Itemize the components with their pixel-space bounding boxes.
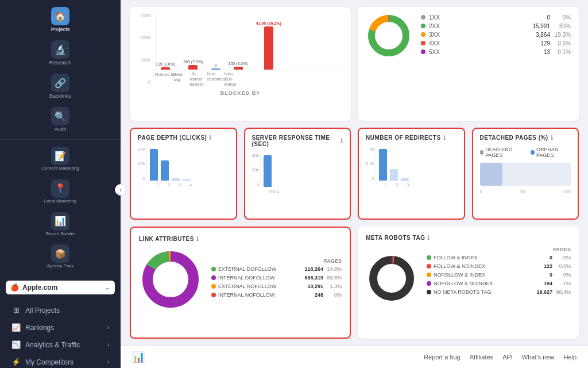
legend-dot-1xx — [421, 15, 425, 20]
legend-pct-2xx: 80% — [554, 23, 571, 29]
ext-nofollow-pct: 1.3% — [326, 283, 342, 289]
legend-3xx: 3XX 3,864 19.3% — [421, 32, 571, 38]
footer-help[interactable]: Help — [563, 354, 577, 361]
audit-label: Audit — [55, 126, 67, 132]
sidebar-nav-agency-pack[interactable]: 📦 Agency Pack — [0, 241, 121, 273]
redir-bar-1 — [379, 149, 387, 181]
sidebar-nav-audit[interactable]: 🔍 Audit — [0, 103, 121, 136]
sidebar-nav-report-builder[interactable]: 📊 Report Builder — [0, 209, 121, 240]
legend-label-5xx: 5XX — [429, 49, 524, 55]
meta-pages-header: PAGES — [427, 247, 571, 252]
bottom-row: LINK ATTRIBUTES ℹ PAGES — [130, 227, 579, 339]
link-attr-donut — [139, 248, 202, 311]
int-dofollow-dot — [211, 275, 216, 280]
int-nofollow-pct: 0% — [326, 292, 342, 298]
pd-x-1: 1 — [154, 182, 162, 187]
sidebar-nav-projects[interactable]: 🏠 Projects — [0, 3, 121, 36]
follow-index-count: 0 — [525, 255, 552, 260]
content-marketing-label: Content Marketing — [41, 166, 79, 171]
footer-affiliates[interactable]: Affiliates — [470, 354, 493, 361]
research-icon: 🔬 — [51, 40, 69, 59]
sidebar-item-analytics-traffic[interactable]: 📉 Analytics & Traffic › — [3, 336, 117, 353]
meta-legend-nofollow-noindex: NOFOLLOW & NOINDEX 194 1% — [427, 281, 571, 286]
page-depth-bar-3 — [172, 178, 180, 181]
ext-dofollow-pct: 14.8% — [326, 266, 342, 272]
http-status-content: 1XX 0 0% 2XX 15,991 80% 3XX 3,864 — [366, 13, 571, 59]
legend-2xx: 2XX 15,991 80% — [421, 23, 571, 29]
int-dofollow-count: 668,319 — [296, 275, 323, 281]
orphan-legend: ORPHAN PAGES — [531, 147, 571, 158]
no-tag-pct: 98.4% — [555, 289, 571, 295]
project-selector[interactable]: 🍎 Apple.com ⌄ — [6, 281, 115, 294]
link-attr-legend: PAGES EXTERNAL DOFOLLOW 118,264 14.8% IN… — [211, 258, 342, 301]
meta-robots-donut — [366, 252, 417, 304]
detached-pages-card: DETACHED PAGES (%) ℹ DEAD-END PAGES ORPH… — [472, 128, 579, 220]
sidebar-nav-backlinks[interactable]: 🔗 Backlinks — [0, 70, 121, 102]
detached-x-50: 50 — [520, 189, 525, 194]
legend-count-4xx: 129 — [527, 40, 550, 47]
sidebar-item-rankings[interactable]: 📈 Rankings › — [3, 319, 117, 336]
detached-x-100: 100 — [563, 189, 571, 194]
page-depth-title: PAGE DEPTH (CLICKS) ℹ — [138, 135, 229, 141]
redir-y-labels: 5k2.5k0 — [366, 147, 376, 181]
link-attr-info-icon[interactable]: ℹ — [196, 236, 199, 242]
detached-x-0: 0 — [480, 189, 482, 194]
meta-robots-card: META ROBOTS TAG ℹ PAGES — [358, 227, 579, 339]
bar-xrobots — [211, 68, 220, 70]
link-attr-content: PAGES EXTERNAL DOFOLLOW 118,264 14.8% IN… — [139, 248, 342, 311]
footer-report-bug[interactable]: Report a bug — [424, 354, 461, 361]
y-label-2500: 2500 — [137, 57, 150, 63]
legend-pct-1xx: 0% — [554, 14, 571, 21]
redir-x-1: 1 — [382, 182, 390, 187]
meta-robots-info-icon[interactable]: ℹ — [427, 235, 430, 241]
nofollow-index-dot — [427, 273, 431, 277]
page-depth-info-icon[interactable]: ℹ — [209, 135, 212, 141]
competitors-icon: ⚡ — [11, 358, 21, 366]
server-response-card: SERVER RESPONSE TIME (SEC) ℹ 40k20k0 0-0… — [244, 128, 351, 220]
nofollow-noindex-dot — [427, 281, 431, 286]
redir-bar-2 — [390, 169, 398, 181]
sidebar-item-my-competitors[interactable]: ⚡ My Competitors › — [3, 354, 117, 368]
sidebar-item-all-projects[interactable]: ⊞ All Projects — [3, 302, 117, 319]
legend-1xx: 1XX 0 0% — [421, 14, 571, 21]
x-label-metatag: Meta tag — [172, 72, 181, 87]
redir-x-3: 3 — [404, 182, 412, 187]
main-content: 7500 5000 2500 0 119 (2.6%) 368 (7.9%) — [121, 0, 588, 368]
detached-bar-container — [480, 163, 571, 186]
ext-nofollow-label: EXTERNAL NOFOLLOW — [218, 283, 293, 289]
footer-api[interactable]: API — [502, 354, 513, 361]
link-legend-int-dofollow: INTERNAL DOFOLLOW 668,319 83.8% — [211, 275, 342, 281]
redirects-title: NUMBER OF REDIRECTS ℹ — [366, 135, 457, 141]
sidebar-collapse-button[interactable]: ‹ — [115, 184, 126, 195]
link-attributes-title: LINK ATTRIBUTES ℹ — [139, 236, 342, 242]
footer: 📊 Report a bug Affiliates API What's new… — [121, 346, 588, 368]
page-depth-bar-2 — [161, 160, 169, 181]
nofollow-noindex-label: NOFOLLOW & NOINDEX — [434, 281, 523, 286]
legend-count-2xx: 15,991 — [527, 23, 550, 29]
ext-dofollow-count: 118,264 — [296, 266, 323, 272]
research-label: Research — [49, 60, 72, 66]
http-status-card: 1XX 0 0% 2XX 15,991 80% 3XX 3,864 — [358, 7, 579, 121]
report-builder-icon: 📊 — [51, 212, 69, 231]
page-depth-card: PAGE DEPTH (CLICKS) ℹ 20k10k0 1 — [130, 128, 237, 220]
sidebar-nav-research[interactable]: 🔬 Research — [0, 37, 121, 69]
sidebar-nav-content-marketing[interactable]: 📝 Content Marketing — [0, 143, 121, 175]
detached-bar-fill — [480, 163, 503, 186]
redirects-info-icon[interactable]: ℹ — [443, 135, 446, 141]
bar-metatag — [188, 65, 198, 70]
blocked-by-label: BLOCKED BY — [137, 90, 344, 96]
metrics-row: PAGE DEPTH (CLICKS) ℹ 20k10k0 1 — [130, 128, 579, 220]
footer-whats-new[interactable]: What's new — [522, 354, 555, 361]
sidebar-nav-local-marketing[interactable]: 📍 Local Marketing — [0, 176, 121, 208]
meta-legend-nofollow-index: NOFOLLOW & INDEX 0 0% — [427, 272, 571, 278]
follow-noindex-count: 122 — [525, 263, 552, 269]
ext-nofollow-dot — [211, 284, 216, 289]
dead-end-label: DEAD-END PAGES — [485, 147, 524, 158]
footer-chart-icon[interactable]: 📊 — [132, 351, 145, 363]
page-depth-bar-1 — [150, 149, 158, 181]
http-status-donut — [366, 13, 412, 59]
detached-info-icon[interactable]: ℹ — [551, 135, 554, 141]
server-response-info-icon[interactable]: ℹ — [341, 137, 343, 144]
meta-robots-content: PAGES FOLLOW & INDEX 0 0% FOLLOW & NOIND… — [366, 247, 571, 304]
x-label-xrobots: X-robots header — [189, 72, 199, 87]
